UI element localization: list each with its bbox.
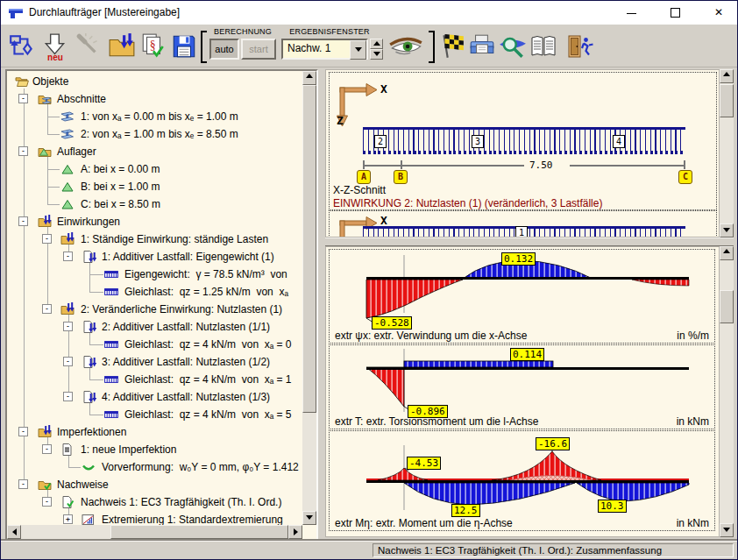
tree-expand-toggle[interactable]: - [42,444,52,454]
tree-item-label[interactable]: 2: Additiver Lastfall: Nutzlasten (1/1) [102,318,270,336]
tree-item[interactable]: -Einwirkungen [10,213,302,230]
close-button[interactable]: ✕ [699,1,738,25]
tree-item[interactable]: -Nachweise [10,476,302,493]
scroll-thumb[interactable] [302,85,316,413]
tree-vscrollbar[interactable] [302,71,316,525]
tree-expand-toggle[interactable]: - [63,322,73,331]
tree-item-label[interactable]: C: bei x = 8.50 m [81,195,160,213]
results-vscrollbar[interactable] [720,246,734,537]
folder-download-icon[interactable] [108,32,136,60]
tree-item-label[interactable]: Imperfektionen [57,423,126,441]
tree-expand-toggle[interactable]: - [42,304,52,314]
tree-item-label[interactable]: Gleichlast: qz = 4 kN/m von xₐ = 0 [124,336,292,353]
spinner-down[interactable] [370,49,383,60]
tree-item[interactable]: +Extremierung 1: Standardextremierung [10,511,302,525]
tree-item-label[interactable]: Abschnitte [57,90,106,108]
tree-item[interactable]: A: bei x = 0.00 m [10,160,302,178]
title-bar[interactable]: Durchlaufträger [Mustereingabe] ✕ [1,1,737,25]
scroll-up-icon[interactable] [720,246,734,260]
new-arrow-icon[interactable]: neu [41,32,69,60]
scroll-up-icon[interactable] [720,69,734,83]
scroll-right-icon[interactable] [288,525,302,539]
tree-expand-toggle[interactable]: - [42,234,52,244]
tree-item[interactable]: Gleichlast: qz = 1.25 kN/m von xₐ [10,283,302,301]
tree-expand-toggle[interactable]: - [18,479,28,489]
flowchart-icon[interactable] [8,32,36,60]
tree-expand-toggle[interactable]: + [63,514,73,524]
tree-item[interactable]: -Abschnitte [10,90,302,108]
tree-item-label[interactable]: Einwirkungen [57,213,120,230]
tree-item-label[interactable]: 4: Additiver Lastfall: Nutzlasten (1/3) [102,388,270,406]
tree-item[interactable]: -2: Additiver Lastfall: Nutzlasten (1/1) [10,318,302,336]
scroll-down-icon[interactable] [302,511,316,525]
tree-item[interactable]: -Auflager [10,143,302,160]
minimize-button[interactable] [611,1,651,25]
tree-item[interactable]: Objekte [10,73,302,90]
tree-expand-toggle[interactable]: - [63,252,73,261]
tree-item-label[interactable]: 1: von xₐ = 0.00 m bis xₑ = 1.00 m [81,108,238,125]
printer-icon[interactable] [468,32,496,60]
tree-item[interactable]: -1: Ständige Einwirkung: ständige Lasten [10,230,302,248]
maximize-button[interactable] [655,1,695,25]
checkered-flag-icon[interactable] [437,32,465,60]
tree-item[interactable]: Gleichlast: qz = 4 kN/m von xₐ = 1 [10,371,302,388]
open-book-icon[interactable] [529,32,557,60]
scroll-down-icon[interactable] [720,223,734,237]
tree-item-label[interactable]: Gleichlast: qz = 1.25 kN/m von xₐ [124,283,288,301]
tree-item-label[interactable]: 1: Additiver Lastfall: Eigengewicht (1) [102,248,274,266]
tree-item-label[interactable]: Vorverformung: w₀Y = 0 mm, φ₀Y = 1.412 [102,458,299,476]
tree-item[interactable]: -Nachweis 1: EC3 Tragfähigkeit (Th. I. O… [10,493,302,511]
tree-item-label[interactable]: Nachweis 1: EC3 Tragfähigkeit (Th. I. Or… [81,493,281,511]
tree-item[interactable]: Gleichlast: qz = 4 kN/m von xₐ = 0 [10,336,302,353]
tree-item-label[interactable]: Gleichlast: qz = 4 kN/m von xₐ = 1 [124,371,292,388]
hammer-icon[interactable] [75,32,103,60]
tree-item-label[interactable]: Nachweise [57,476,109,493]
tree-expand-toggle[interactable]: - [18,216,28,226]
tree-item-label[interactable]: 1: neue Imperfektion [81,441,176,458]
topview-vscrollbar[interactable] [720,69,734,237]
paragraph-check-doc-icon[interactable]: § [139,32,167,60]
scroll-left-icon[interactable] [7,525,21,539]
tree-item-label[interactable]: 2: von xₐ = 1.00 m bis xₑ = 8.50 m [81,125,238,143]
tree-item-label[interactable]: Auflager [57,143,96,160]
scroll-down-icon[interactable] [720,523,734,537]
scroll-thumb[interactable] [720,84,734,117]
tree-expand-toggle[interactable]: - [18,94,28,103]
tree-item[interactable]: B: bei x = 1.00 m [10,178,302,195]
eye-icon[interactable] [387,34,425,60]
floppy-save-icon[interactable] [170,32,198,60]
tree-item[interactable]: Eigengewicht: γ = 78.5 kN/m³ von [10,266,302,283]
tree-item[interactable]: -4: Additiver Lastfall: Nutzlasten (1/3) [10,388,302,406]
tree-item-label[interactable]: 3: Additiver Lastfall: Nutzlasten (1/2) [102,353,270,371]
tree-item[interactable]: Gleichlast: qz = 4 kN/m von xₐ = 5 [10,406,302,423]
tree-item[interactable]: -1: neue Imperfektion [10,441,302,458]
tree-item-label[interactable]: 1: Ständige Einwirkung: ständige Lasten [81,230,268,248]
tree-item-label[interactable]: Objekte [32,73,68,90]
pane-divider[interactable] [325,237,734,246]
tree-expand-toggle[interactable]: - [63,392,73,401]
start-button[interactable]: start [241,39,276,60]
scroll-thumb[interactable] [110,525,288,539]
tree-item[interactable]: 2: von xₐ = 1.00 m bis xₑ = 8.50 m [10,125,302,143]
scroll-up-icon[interactable] [302,71,316,85]
tree-item[interactable]: Vorverformung: w₀Y = 0 mm, φ₀Y = 1.412 [10,458,302,476]
tree-item-label[interactable]: B: bei x = 1.00 m [81,178,160,195]
result-window-select[interactable]: Nachw. 1 [281,39,368,60]
tree-expand-toggle[interactable]: - [18,427,28,436]
tree-item[interactable]: -2: Veränderliche Einwirkung: Nutzlasten… [10,301,302,318]
tree-item-label[interactable]: 2: Veränderliche Einwirkung: Nutzlasten … [81,301,282,318]
scroll-thumb[interactable] [720,290,734,323]
tree-item[interactable]: -1: Additiver Lastfall: Eigengewicht (1) [10,248,302,266]
exit-door-icon[interactable] [565,32,593,60]
tree-item[interactable]: 1: von xₐ = 0.00 m bis xₑ = 1.00 m [10,108,302,125]
chevron-down-icon[interactable] [350,40,366,60]
tree-item-label[interactable]: Gleichlast: qz = 4 kN/m von xₐ = 5 [124,406,292,423]
tree-item[interactable]: C: bei x = 8.50 m [10,195,302,213]
tree-item-label[interactable]: Extremierung 1: Standardextremierung [102,511,283,525]
tree-expand-toggle[interactable]: - [42,497,52,507]
tree-item[interactable]: -Imperfektionen [10,423,302,441]
tree-item-label[interactable]: Eigengewicht: γ = 78.5 kN/m³ von [124,266,287,283]
auto-button[interactable]: auto [209,39,239,60]
tree-hscrollbar[interactable] [7,525,302,539]
tree-item-label[interactable]: A: bei x = 0.00 m [81,160,160,178]
